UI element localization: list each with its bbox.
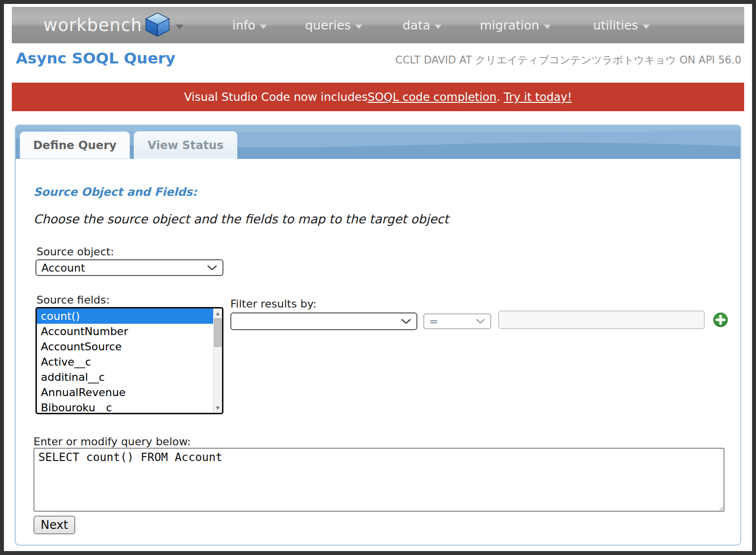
filter-value-input[interactable] xyxy=(498,310,705,329)
nav-item-utilities[interactable]: utilities xyxy=(593,7,650,43)
filter-results-label: Filter results by: xyxy=(230,298,316,310)
try-it-today-link[interactable]: Try it today! xyxy=(504,91,572,103)
nav-item-label: utilities xyxy=(593,18,638,32)
source-object-value: Account xyxy=(36,262,207,274)
query-panel: Define Query View Status Source Object a… xyxy=(15,124,741,546)
scroll-down-icon[interactable]: ▼ xyxy=(214,403,222,412)
scrollbar-thumb[interactable] xyxy=(214,318,221,347)
list-item[interactable]: additinal__c xyxy=(37,370,222,385)
list-item[interactable]: count() xyxy=(37,308,222,324)
top-nav-bar: workbench xyxy=(12,7,744,43)
nav-item-info[interactable]: info xyxy=(232,7,267,43)
tab-label: Define Query xyxy=(33,139,117,152)
source-fields-listbox[interactable]: count() AccountNumber AccountSource Acti… xyxy=(35,307,223,414)
brand-text: workbench xyxy=(43,15,142,35)
add-filter-button[interactable] xyxy=(712,311,729,329)
list-item[interactable]: Bibouroku__c xyxy=(37,400,222,414)
tab-view-status[interactable]: View Status xyxy=(134,131,237,159)
chevron-down-icon xyxy=(355,25,362,29)
chevron-down-icon xyxy=(207,265,218,271)
filter-operator-select[interactable]: = xyxy=(423,313,491,329)
section-description: Choose the source object and the fields … xyxy=(33,212,449,226)
chevron-down-icon xyxy=(544,25,551,29)
list-item[interactable]: AccountNumber xyxy=(37,324,222,339)
chevron-down-icon xyxy=(435,25,441,29)
query-label: Enter or modify query below: xyxy=(33,435,191,448)
source-object-select[interactable]: Account xyxy=(35,259,223,276)
scroll-up-icon[interactable]: ▲ xyxy=(214,309,222,318)
workbench-logo[interactable]: workbench xyxy=(43,7,184,43)
list-item[interactable]: AnnualRevenue xyxy=(37,385,222,400)
source-fields-label: Source fields: xyxy=(36,294,110,306)
chevron-down-icon xyxy=(401,318,411,325)
nav-item-data[interactable]: data xyxy=(403,7,441,43)
listbox-scrollbar[interactable]: ▲ ▼ xyxy=(213,308,222,413)
nav-item-label: migration xyxy=(480,18,539,32)
chevron-down-icon xyxy=(475,318,485,324)
soql-query-textarea[interactable]: SELECT count() FROM Account xyxy=(33,448,724,512)
plus-icon xyxy=(712,311,729,329)
tab-define-query[interactable]: Define Query xyxy=(20,131,130,159)
source-object-label: Source object: xyxy=(36,246,114,258)
soql-completion-link[interactable]: SOQL code completion xyxy=(368,91,497,103)
nav-item-queries[interactable]: queries xyxy=(305,7,362,43)
list-item[interactable]: Active__c xyxy=(37,354,222,370)
nav-item-label: info xyxy=(232,18,255,32)
cube-logo-icon xyxy=(144,11,171,40)
chevron-down-icon xyxy=(260,25,267,29)
nav-item-label: queries xyxy=(305,18,351,32)
promo-banner: Visual Studio Code now includes SOQL cod… xyxy=(12,83,744,111)
filter-field-select[interactable] xyxy=(230,312,417,330)
next-button[interactable]: Next xyxy=(33,516,75,534)
nav-item-migration[interactable]: migration xyxy=(480,7,551,43)
session-info: CCLT DAVID AT クリエイティブコンテンツラボトウキョウ ON API… xyxy=(395,53,741,67)
nav-item-label: data xyxy=(403,18,430,32)
workbench-page: workbench xyxy=(0,0,756,555)
banner-text: Visual Studio Code now includes xyxy=(184,91,368,103)
list-item[interactable]: AccountSource xyxy=(37,339,222,354)
tab-label: View Status xyxy=(148,139,223,152)
section-heading: Source Object and Fields: xyxy=(33,185,197,198)
banner-period: . xyxy=(497,91,500,103)
tab-strip: Define Query View Status xyxy=(16,125,740,159)
filter-operator-value: = xyxy=(424,315,475,328)
brand-dropdown-arrow-icon xyxy=(176,25,184,30)
chevron-down-icon xyxy=(643,25,650,29)
page-title: Async SOQL Query xyxy=(16,49,175,67)
